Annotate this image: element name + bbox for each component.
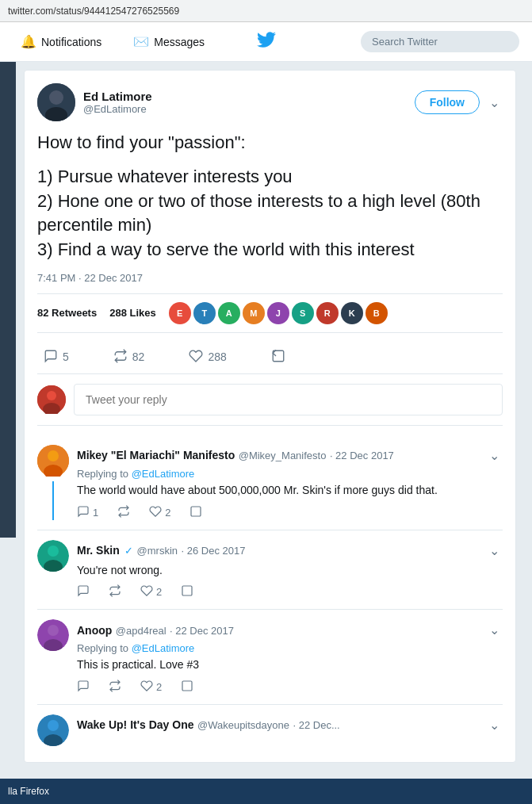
reply-header-1: Mikey "El Mariachi" Manifesto @Mikey_Man… [77,445,503,466]
reply-share-btn-2[interactable] [181,584,193,599]
reply-content-3: Anoop @apd4real · 22 Dec 2017 ⌄ Replying… [77,619,503,695]
reply-more-1[interactable]: ⌄ [486,445,503,466]
reply-user-name-4: Wake Up! It's Day One [77,718,194,731]
reply-actions-1: 1 2 [77,505,503,520]
reply-to-1: Replying to @EdLatimore [77,468,503,480]
reply-share-btn-3[interactable] [181,680,193,695]
like-count: 288 [208,350,226,363]
twitter-navbar: 🔔 Notifications ✉️ Messages [0,22,532,62]
action-row: 5 82 288 [37,341,503,374]
reply-user-info-2: Mr. Skin ✓ @mrskin · 26 Dec 2017 [77,543,245,557]
reply-like-btn-2[interactable]: 2 [140,584,162,599]
reply-date-3: · 22 Dec 2017 [170,625,234,637]
reply-more-4[interactable]: ⌄ [486,714,503,736]
avatar-row: E T A M J S R K B [169,302,388,324]
reply-avatar-col-3 [37,619,69,695]
reply-more-2[interactable]: ⌄ [486,540,503,561]
engagement-bar: 82 Retweets 288 Likes E T A M J S R K B [37,293,503,333]
reply-like-btn-1[interactable]: 2 [149,505,170,520]
user-info: Ed Latimore @EdLatimore [83,90,415,115]
reply-text-3: This is practical. Love #3 [77,657,503,673]
reply-content-1: Mikey "El Mariachi" Manifesto @Mikey_Man… [77,445,503,520]
svg-point-8 [48,450,59,461]
search-input[interactable] [361,31,519,52]
reply-text-2: You're not wrong. [77,563,503,579]
reply-reply-btn-3[interactable] [77,680,90,695]
reply-user-name-2: Mr. Skin [77,544,120,557]
reply-user-handle-2: @mrskin [137,545,178,557]
more-options-button[interactable]: ⌄ [486,92,503,113]
retweet-button[interactable]: 82 [107,346,151,369]
svg-rect-3 [273,350,284,362]
reply-avatar-col-1 [37,445,69,520]
reply-icon [44,349,58,366]
tweet-line-1: How to find your "passion": [37,131,503,155]
nav-messages-label: Messages [154,36,205,48]
reply-retweet-btn-2[interactable] [109,584,121,599]
tweet-timestamp: 7:41 PM · 22 Dec 2017 [37,272,503,284]
share-icon [271,349,285,366]
reply-user-info-4: Wake Up! It's Day One @Wakeupitsdayone ·… [77,718,340,732]
reply-reply-icon-2 [77,584,90,599]
reply-share-btn-1[interactable] [189,505,202,520]
reply-user-avatar [37,385,66,414]
retweet-count: 82 [132,350,145,363]
reply-content-2: Mr. Skin ✓ @mrskin · 26 Dec 2017 ⌄ You'r… [77,540,503,600]
reply-reply-btn-1[interactable]: 1 [77,505,98,520]
reply-count: 5 [63,350,69,363]
avatar [37,83,75,121]
url-text: twitter.com/status/944412547276525569 [8,6,179,17]
reply-user-name-1: Mikey "El Mariachi" Manifesto [77,449,235,461]
reply-retweet-btn-3[interactable] [109,680,121,695]
mini-avatar-4: M [243,302,265,324]
sidebar-dark [0,62,16,538]
verified-badge-2: ✓ [124,545,133,557]
share-button[interactable] [265,346,292,369]
reply-retweet-icon-1 [117,505,130,520]
reply-text-1: The world would have about 500,000,000 M… [77,483,503,499]
reply-more-3[interactable]: ⌄ [486,619,503,641]
svg-rect-10 [191,507,201,516]
reply-reply-btn-2[interactable] [77,584,90,599]
reply-avatar-1 [37,445,69,477]
reply-retweet-btn-1[interactable] [117,505,130,520]
engagement-counts: 82 Retweets 288 Likes [37,307,156,319]
reply-to-link-1[interactable]: @EdLatimore [132,468,195,480]
reply-section [37,384,503,426]
envelope-icon: ✉️ [133,34,149,49]
tweet-line-2: 1) Pursue whatever interests you [37,165,503,190]
reply-to-link-3[interactable]: @EdLatimore [132,642,195,654]
like-button[interactable]: 288 [182,346,232,369]
mini-avatar-9: B [366,302,388,324]
mini-avatar-1: E [169,302,191,324]
reply-like-btn-3[interactable]: 2 [140,680,162,695]
mini-avatar-3: A [218,302,240,324]
reply-reply-count-1: 1 [93,507,98,519]
reply-avatar-col-2 [37,540,69,600]
reply-retweet-icon-3 [109,680,121,695]
reply-heart-icon-2 [140,584,153,599]
user-name: Ed Latimore [83,90,415,103]
url-bar: twitter.com/status/944412547276525569 [0,0,532,22]
mini-avatar-7: R [316,302,339,324]
nav-messages[interactable]: ✉️ Messages [125,28,212,56]
reply-user-handle-3: @apd4real [116,625,166,637]
reply-item-1: Mikey "El Mariachi" Manifesto @Mikey_Man… [37,435,503,530]
reply-input[interactable] [74,384,503,415]
reply-avatar-col-4 [37,714,69,746]
reply-button[interactable]: 5 [37,346,75,369]
nav-notifications[interactable]: 🔔 Notifications [13,28,109,56]
tweet-body: How to find your "passion": 1) Pursue wh… [37,131,503,262]
reply-user-info-1: Mikey "El Mariachi" Manifesto @Mikey_Man… [77,448,394,462]
bell-icon: 🔔 [21,34,36,49]
mini-avatar-8: K [341,302,363,324]
reply-header-2: Mr. Skin ✓ @mrskin · 26 Dec 2017 ⌄ [77,540,503,561]
avatar-image [37,83,75,121]
twitter-logo[interactable] [257,30,276,54]
tweet-card: Ed Latimore @EdLatimore Follow ⌄ How to … [24,70,516,763]
mini-avatar-5: J [267,302,289,324]
follow-button[interactable]: Follow [415,90,480,114]
reply-heart-icon-1 [149,505,162,520]
reply-item-3: Anoop @apd4real · 22 Dec 2017 ⌄ Replying… [37,610,503,705]
retweet-icon [113,349,128,366]
